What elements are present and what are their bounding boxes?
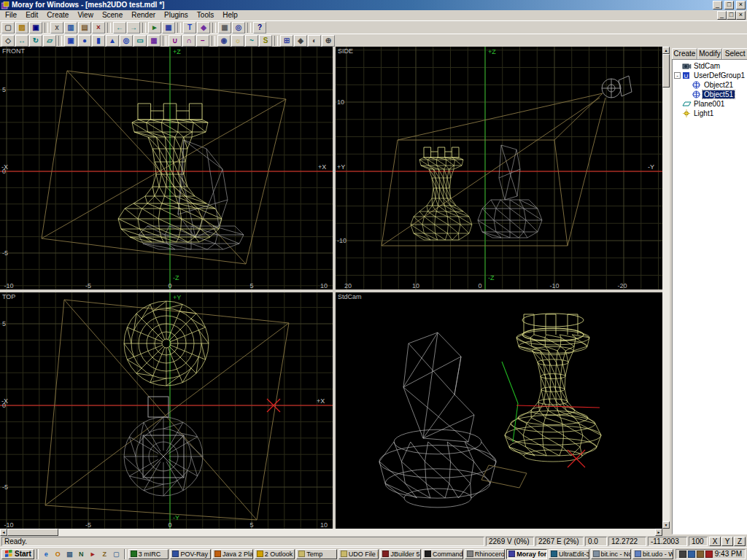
toolbar-redo-button[interactable]: →: [127, 22, 140, 34]
toolbar-create-plane-button[interactable]: ▭: [133, 35, 147, 47]
taskbar-item-bit-udo-w-[interactable]: bit.udo - W...: [632, 549, 673, 559]
viewport-horizontal-scrollbar[interactable]: ◄ ►: [0, 529, 662, 536]
toolbar-zoom-extents-button[interactable]: ⊕: [322, 35, 335, 47]
viewport-splitter-horizontal[interactable]: [0, 289, 662, 292]
menu-scene[interactable]: Scene: [98, 10, 127, 20]
toolbar-create-bezier-button[interactable]: ~: [245, 35, 258, 47]
toolbar-undo-button[interactable]: ←: [113, 22, 126, 34]
taskbar-item-3-mirc[interactable]: 3 mIRC: [128, 549, 169, 559]
toolbar-axis-lock-button[interactable]: ◎: [232, 22, 245, 34]
toolbar-wireframe-mode-button[interactable]: ◈: [294, 35, 307, 47]
viewport-top[interactable]: -10-5051050-5+Y-Y-X+X TOP: [0, 292, 333, 529]
menu-view[interactable]: View: [73, 10, 98, 20]
toolbar-create-cylinder-button[interactable]: ▮: [92, 35, 105, 47]
toolbar-help-button[interactable]: ?: [253, 22, 266, 34]
taskbar-item-moray-for-[interactable]: Moray for ...: [506, 549, 547, 559]
toolbar-scale-tool-button[interactable]: ▱: [43, 35, 56, 47]
toolbar-paste-button[interactable]: ▤: [78, 22, 91, 34]
viewport-splitter-vertical[interactable]: [333, 47, 336, 529]
quicklaunch-outlook-icon[interactable]: O: [53, 549, 63, 559]
menu-tools[interactable]: Tools: [193, 10, 218, 20]
toolbar-create-box-button[interactable]: ▣: [64, 35, 77, 47]
taskbar-item-ultraedit-32[interactable]: UltraEdit-32: [549, 549, 589, 559]
viewport-side[interactable]: 20100-10-2010-10+Z-Z+Y-Y SIDE: [336, 47, 662, 289]
scroll-left-icon[interactable]: ◄: [0, 529, 7, 536]
quicklaunch-winzip-icon[interactable]: Z: [99, 549, 110, 559]
vscroll-thumb[interactable]: [662, 54, 670, 88]
mdi-close-button[interactable]: ×: [736, 11, 746, 20]
taskbar-item-java-2-platf-[interactable]: Java 2 Platf...: [212, 549, 253, 559]
axis-z-button[interactable]: Z: [734, 537, 746, 546]
tree-item-object51[interactable]: Object51: [673, 90, 746, 99]
tree-item-stdcam[interactable]: StdCam: [673, 61, 746, 71]
taskbar-item-pov-ray-fo-[interactable]: POV-Ray fo...: [170, 549, 211, 559]
vscroll-track[interactable]: [662, 54, 670, 521]
tab-modify[interactable]: Modify: [697, 48, 723, 59]
toolbar-csg-union-button[interactable]: ∪: [169, 35, 182, 47]
tree-item-light1[interactable]: Light1: [673, 109, 746, 118]
quicklaunch-notepad-icon[interactable]: ▢: [111, 549, 122, 559]
minimize-button[interactable]: _: [713, 1, 722, 9]
toolbar-material-editor-button[interactable]: ◆: [197, 22, 210, 34]
tree-item-userdefgroup1[interactable]: -UUserDefGroup1: [673, 71, 746, 80]
tray-volume-icon[interactable]: [679, 551, 686, 558]
menu-file[interactable]: File: [1, 10, 21, 20]
scroll-up-icon[interactable]: ▲: [662, 47, 670, 54]
toolbar-shaded-mode-button[interactable]: ◐: [308, 35, 321, 47]
hscroll-track[interactable]: [7, 529, 655, 536]
toolbar-group-objects-button[interactable]: ⊞: [280, 35, 293, 47]
axis-y-button[interactable]: Y: [721, 537, 733, 546]
toolbar-create-torus-button[interactable]: ◎: [120, 35, 133, 47]
toolbar-text-editor-button[interactable]: T: [183, 22, 196, 34]
viewport-front[interactable]: -10-5051050-5+Z-Z-X+X FRONT: [0, 47, 333, 289]
close-button[interactable]: ×: [736, 1, 746, 9]
taskbar-item-udo-file-fo-[interactable]: UDO File Fo...: [338, 549, 379, 559]
tree-item-object21[interactable]: Object21: [673, 80, 746, 90]
toolbar-cut-button[interactable]: x: [50, 22, 63, 34]
tree-expander-icon[interactable]: -: [674, 72, 681, 79]
toolbar-open-scene-button[interactable]: ▨: [15, 22, 28, 34]
menu-create[interactable]: Create: [42, 10, 73, 20]
tray-display-icon[interactable]: [688, 551, 695, 558]
quicklaunch-show-desktop-icon[interactable]: ▤: [64, 549, 75, 559]
scroll-right-icon[interactable]: ►: [655, 529, 662, 536]
viewport-stdcam[interactable]: StdCam: [336, 292, 662, 529]
toolbar-rotate-tool-button[interactable]: ↻: [29, 35, 42, 47]
hscroll-thumb[interactable]: [7, 529, 58, 536]
menu-render[interactable]: Render: [127, 10, 160, 20]
toolbar-create-sphere-button[interactable]: ●: [78, 35, 91, 47]
taskbar-item-jbuilder-5-[interactable]: JBuilder 5 - ...: [380, 549, 421, 559]
toolbar-save-scene-button[interactable]: ▣: [29, 22, 42, 34]
taskbar-item-rhinoceros-[interactable]: Rhinoceros ...: [465, 549, 506, 559]
toolbar-create-lathe-button[interactable]: S: [259, 35, 272, 47]
toolbar-delete-button[interactable]: ×: [92, 22, 105, 34]
toolbar-create-mesh-button[interactable]: ▦: [147, 35, 160, 47]
mdi-restore-button[interactable]: □: [727, 11, 736, 20]
toolbar-csg-difference-button[interactable]: −: [196, 35, 209, 47]
toolbar-create-cone-button[interactable]: ▲: [106, 35, 119, 47]
toolbar-csg-intersection-button[interactable]: ∩: [182, 35, 196, 47]
menu-edit[interactable]: Edit: [21, 10, 42, 20]
toolbar-create-camera-button[interactable]: ◉: [217, 35, 231, 47]
menu-help[interactable]: Help: [218, 10, 242, 20]
toolbar-render-button[interactable]: ►: [148, 22, 161, 34]
tray-scheduler-icon[interactable]: [697, 551, 704, 558]
tree-item-plane001[interactable]: Plane001: [673, 99, 746, 109]
toolbar-translate-tool-button[interactable]: ↔: [15, 35, 28, 47]
scroll-down-icon[interactable]: ▼: [662, 521, 670, 529]
tab-create[interactable]: Create: [672, 48, 697, 59]
quicklaunch-internet-explorer-icon[interactable]: e: [41, 549, 52, 559]
viewport-vertical-scrollbar[interactable]: ▲ ▼: [662, 47, 670, 529]
taskbar-item-temp[interactable]: Temp: [296, 549, 337, 559]
toolbar-select-tool-button[interactable]: ◇: [1, 35, 15, 47]
toolbar-create-light-button[interactable]: ☼: [231, 35, 244, 47]
titlebar[interactable]: Moray for Windows - [mesh2UDO test.mdl *…: [0, 0, 747, 10]
axis-x-button[interactable]: X: [709, 537, 721, 546]
taskbar-item-command-p-[interactable]: Command P...: [422, 549, 463, 559]
toolbar-render-settings-button[interactable]: ▦: [162, 22, 175, 34]
tab-select[interactable]: Select: [722, 48, 747, 59]
toolbar-new-scene-button[interactable]: ▢: [1, 22, 15, 34]
taskbar-item-bit-inc-not-[interactable]: bit.inc - Not...: [591, 549, 632, 559]
menu-plugins[interactable]: Plugins: [160, 10, 193, 20]
quicklaunch-media-player-icon[interactable]: ►: [88, 549, 98, 559]
